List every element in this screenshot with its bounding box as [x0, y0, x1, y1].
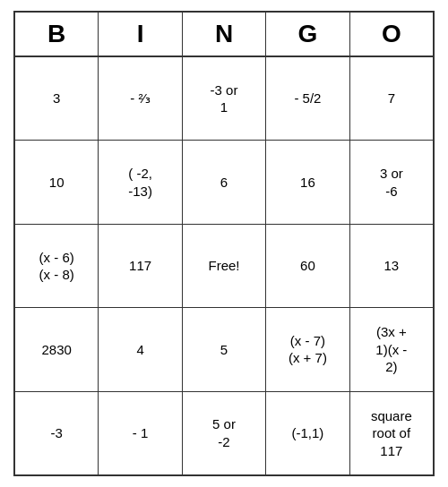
bingo-cell-3-1: 4 — [99, 308, 182, 390]
bingo-cell-2-4: 13 — [350, 225, 433, 307]
bingo-cell-4-3: (-1,1) — [266, 392, 349, 474]
bingo-cell-1-0: 10 — [15, 141, 99, 223]
header-cell-I: I — [99, 13, 182, 56]
bingo-cell-3-3: (x - 7)(x + 7) — [266, 308, 349, 390]
bingo-cell-2-3: 60 — [266, 225, 349, 307]
bingo-cell-0-2: -3 or1 — [183, 57, 266, 140]
bingo-cell-0-0: 3 — [15, 57, 99, 140]
bingo-row-3: 283045(x - 7)(x + 7)(3x +1)(x -2) — [15, 308, 433, 391]
header-cell-N: N — [183, 13, 266, 56]
bingo-cell-0-4: 7 — [350, 57, 433, 140]
bingo-cell-4-1: - 1 — [99, 392, 182, 474]
bingo-cell-4-4: squareroot of117 — [350, 392, 433, 474]
bingo-card: BINGO 3- ²⁄₃-3 or1- 5/2710( -2,-13)6163 … — [13, 11, 435, 476]
bingo-cell-0-3: - 5/2 — [266, 57, 349, 140]
bingo-cell-3-4: (3x +1)(x -2) — [350, 308, 433, 390]
bingo-cell-3-2: 5 — [183, 308, 266, 390]
header-cell-O: O — [350, 13, 433, 56]
bingo-cell-1-2: 6 — [183, 141, 266, 223]
header-cell-B: B — [15, 13, 99, 56]
bingo-cell-1-3: 16 — [266, 141, 349, 223]
bingo-cell-4-0: -3 — [15, 392, 99, 474]
bingo-cell-1-4: 3 or-6 — [350, 141, 433, 223]
bingo-cell-4-2: 5 or-2 — [183, 392, 266, 474]
bingo-grid: 3- ²⁄₃-3 or1- 5/2710( -2,-13)6163 or-6(x… — [15, 57, 433, 474]
bingo-cell-0-1: - ²⁄₃ — [99, 57, 182, 140]
bingo-cell-2-1: 117 — [99, 225, 182, 307]
bingo-cell-1-1: ( -2,-13) — [99, 141, 182, 223]
bingo-cell-3-0: 2830 — [15, 308, 99, 390]
bingo-cell-2-0: (x - 6)(x - 8) — [15, 225, 99, 307]
bingo-row-0: 3- ²⁄₃-3 or1- 5/27 — [15, 57, 433, 141]
bingo-header: BINGO — [15, 13, 433, 57]
bingo-row-2: (x - 6)(x - 8)117Free!6013 — [15, 225, 433, 308]
bingo-row-1: 10( -2,-13)6163 or-6 — [15, 141, 433, 224]
bingo-row-4: -3- 15 or-2(-1,1)squareroot of117 — [15, 392, 433, 474]
bingo-cell-2-2: Free! — [183, 225, 266, 307]
header-cell-G: G — [266, 13, 349, 56]
